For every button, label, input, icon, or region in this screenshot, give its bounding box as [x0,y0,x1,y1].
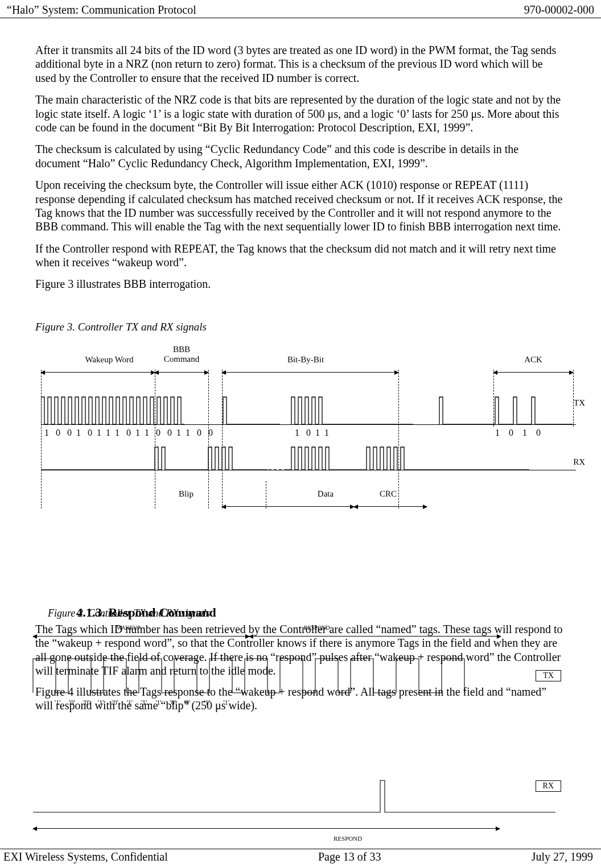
paragraph: Figure 3 illustrates BBB interrogation. [35,277,566,291]
span-arrow [354,506,427,507]
footer-left: EXI Wireless Systems, Confidential [3,850,168,863]
label-rx2: RX [536,780,561,792]
label-crc: CRC [371,489,405,499]
paragraph: Figure 4 illustrates the Tags response t… [35,685,566,713]
footer-center: Page 13 of 33 [318,850,381,863]
bits-ack: 1 0 1 0 [495,428,541,438]
page-footer: EXI Wireless Systems, Confidential Page … [0,849,601,863]
span-arrow [222,506,354,507]
figure3-diagram: Wakeup Word BBB Command Bit-By-Bit ACK T… [41,345,576,527]
bits-wakeup: 1 0 0 1 0 1 1 1 0 1 1 0 0 1 1 0 0 [44,428,213,438]
figure3-caption: Figure 3. Controller TX and RX signals [35,321,566,333]
section-heading: 4.1.3. Respond Command [76,605,566,620]
label-blip: Blip [169,489,203,499]
header-left: “Halo” System: Communication Protocol [7,3,196,16]
header-right: 970-00002-000 [524,3,594,16]
bits-bbb: 1 0 1 1 [295,428,329,438]
body-text: After it transmits all 24 bits of the ID… [0,18,601,527]
label-respond-bottom: RESPOND [334,835,362,842]
page-header: “Halo” System: Communication Protocol 97… [0,0,601,18]
paragraph: The Tags which ID number has been retrie… [35,622,566,678]
paragraph: The checksum is calculated by using “Cyc… [35,142,566,170]
paragraph: If the Controller respond with REPEAT, t… [35,242,566,270]
footer-right: July 27, 1999 [532,850,593,863]
span-arrow [33,828,500,829]
paragraph: Upon receiving the checksum byte, the Co… [35,178,566,234]
paragraph: The main characteristic of the NRZ code … [35,93,566,134]
label-data: Data [308,489,343,499]
paragraph: After it transmits all 24 bits of the ID… [35,43,566,85]
section-4-1-3: 4.1.3. Respond Command The Tags which ID… [35,605,566,719]
